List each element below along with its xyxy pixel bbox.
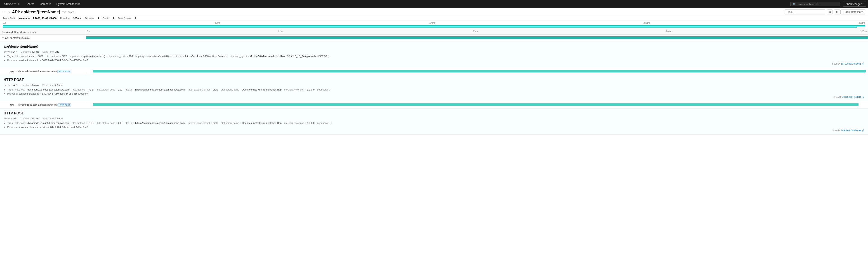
- http-badge-1: HTTP POST: [57, 70, 71, 73]
- ruler-tick-2: 164ms: [470, 30, 479, 34]
- tag-item: internal.span.format = proto: [188, 122, 218, 124]
- nav-compare[interactable]: Compare: [37, 0, 54, 8]
- duration-value-2: 322ms: [31, 117, 39, 120]
- copy-span-id-icon-2[interactable]: 🔗: [862, 129, 864, 132]
- ruler-tick-3: 246ms: [665, 30, 674, 34]
- sort-right-icon[interactable]: ▶: [35, 31, 36, 33]
- tag-item: http.user_agent = Mozilla/5.0 (Macintosh…: [230, 55, 331, 58]
- top-nav: JAEGER UI Search Compare System Architec…: [0, 0, 868, 8]
- duration-value-0: 328ms: [31, 50, 39, 53]
- span-id-link-1[interactable]: 4f233a681834f831: [842, 96, 861, 99]
- span-service-0: API: [5, 37, 9, 39]
- tag-item: peer.servi... =: [317, 122, 333, 124]
- process-toggle-2[interactable]: ▶: [4, 125, 5, 128]
- span-right-0[interactable]: [86, 35, 868, 41]
- tag-item: otel.library.name = OpenTelemetry.Instru…: [221, 122, 282, 124]
- detail-title-0: api/item/{itemName}: [4, 44, 864, 48]
- detail-panel-2: HTTP POST Service:API Duration:322ms Sta…: [0, 109, 868, 135]
- find-input[interactable]: [784, 9, 825, 14]
- trace-header: ← ⌄ API: api/item/{itemName} f20e6cb ≡ ⊞…: [0, 8, 868, 16]
- duration-label-1: Duration:: [21, 84, 31, 86]
- detail-meta-1: Service:API Duration:324ms Start Time:2.…: [4, 84, 864, 86]
- tool-button-1[interactable]: ≡: [827, 9, 833, 14]
- tag-item: peer.servi... =: [317, 88, 333, 91]
- trace-id: f20e6cb: [62, 10, 74, 14]
- tag-item: http.url = https://localhost:8080/api/it…: [175, 55, 227, 58]
- mini-bar-row-1: [3, 25, 865, 27]
- duration-value-1: 324ms: [31, 84, 39, 86]
- span-right-1[interactable]: [86, 68, 868, 75]
- tag-item: http.host = dynamodb.us-east-1.amazonaws…: [15, 122, 70, 124]
- tags-toggle-1[interactable]: ▶: [4, 88, 5, 91]
- span-toggle-0[interactable]: ▼: [2, 37, 4, 39]
- mini-tick-0: 0μs: [3, 22, 6, 24]
- nav-system-arch[interactable]: System Architecture: [54, 0, 83, 8]
- mini-tick-4: 328ms: [859, 22, 865, 24]
- trace-body: ▼APIapi/item/{itemName} api/item/{itemNa…: [0, 35, 868, 135]
- mini-bar-row-2: [3, 27, 857, 28]
- service-value-1: API: [13, 84, 18, 86]
- sort-down-icon[interactable]: ▼: [30, 31, 32, 33]
- tag-item: http.method = POST: [72, 122, 94, 124]
- span-row: ▼APIapi/item/{itemName}: [0, 35, 868, 42]
- nav-search[interactable]: Search: [23, 0, 37, 8]
- detail-tags-row-0: ▶ Tags: http.host = localhost:8080 http.…: [4, 55, 864, 58]
- process-toggle-0[interactable]: ▶: [4, 59, 5, 62]
- tag-item: http.status_code = 200: [107, 55, 133, 58]
- mini-bar-container[interactable]: [3, 25, 865, 29]
- span-right-2[interactable]: [86, 101, 868, 108]
- header-tools: ≡ ⊞: [827, 9, 840, 14]
- tag-item: http.url = https://dynamodb.us-east-1.am…: [125, 122, 185, 124]
- expand-button[interactable]: ⌄: [7, 10, 10, 14]
- lookup-by-trace-id[interactable]: 🔍 Lookup by Trace ID...: [790, 2, 840, 6]
- tags-toggle-0[interactable]: ▶: [4, 55, 5, 58]
- detail-title-2: HTTP POST: [4, 111, 864, 115]
- detail-meta-2: Service:API Duration:322ms Start Time:3.…: [4, 117, 864, 120]
- tag-item: http.host = dynamodb.us-east-1.amazonaws…: [15, 88, 70, 91]
- span-dest-1: dynamodb.us-east-1.amazonaws.com: [18, 70, 57, 73]
- detail-meta-0: Service:API Duration:328ms Start Time:0μ…: [4, 50, 864, 53]
- detail-span-id-0: SpanID: 507026dd71e40081 🔗: [4, 63, 864, 65]
- about-jaeger-button[interactable]: About Jaeger ▾: [843, 2, 866, 6]
- span-arrow-2: →: [15, 104, 18, 106]
- start-time-label-1: Start Time:: [42, 84, 54, 86]
- services-value: 1: [98, 17, 99, 20]
- tool-button-2[interactable]: ⊞: [834, 9, 840, 14]
- service-label-2: Service:: [4, 117, 13, 120]
- mini-tick-1: 82ms: [215, 22, 220, 24]
- process-toggle-1[interactable]: ▶: [4, 92, 5, 95]
- span-id-link-0[interactable]: 507026dd71e40081: [841, 63, 861, 65]
- start-time-label-2: Start Time:: [42, 117, 54, 120]
- tag-item: http.host = localhost:8080: [15, 55, 43, 58]
- tag-item: otel.library.version = 1.0.0.0: [284, 122, 315, 124]
- span-id-link-2[interactable]: 649b6e8c0a83e4ee: [841, 129, 861, 132]
- tag-item: http.method = GET: [46, 55, 67, 58]
- tag-item: otel.library.version = 1.0.0.0: [284, 88, 315, 91]
- span-bar-1: [93, 70, 866, 72]
- process-row-1: ▶ Process: service.instance.id = 34975a6…: [4, 92, 864, 95]
- process-label-0: Process:: [7, 59, 18, 62]
- detail-panel-0: api/item/{itemName} Service:API Duration…: [0, 42, 868, 68]
- ruler-tick-4: 328ms: [860, 30, 868, 34]
- tags-toggle-2[interactable]: ▶: [4, 122, 5, 124]
- copy-span-id-icon-1[interactable]: 🔗: [862, 96, 864, 99]
- trace-timeline-button[interactable]: Trace Timeline ▾: [840, 9, 865, 14]
- service-label-0: Service:: [4, 50, 13, 53]
- tag-item: http.route = api/item/{itemName}: [69, 55, 105, 58]
- process-value-1: service.instance.id = 34975a64-f080-4c50…: [19, 92, 88, 95]
- tags-label-2: Tags:: [7, 122, 14, 124]
- sort-up-icon[interactable]: ▲: [27, 31, 29, 33]
- back-button[interactable]: ←: [3, 10, 6, 14]
- timeline-ruler: 0μs 82ms 164ms 246ms 328ms: [86, 30, 868, 34]
- detail-panel-1: HTTP POST Service:API Duration:324ms Sta…: [0, 75, 868, 101]
- duration-label-0: Duration:: [21, 50, 31, 53]
- span-row: API→dynamodb.us-east-1.amazonaws.comHTTP…: [0, 101, 868, 109]
- detail-tags-row-1: ▶ Tags: http.host = dynamodb.us-east-1.a…: [4, 88, 864, 91]
- process-row-2: ▶ Process: service.instance.id = 34975a6…: [4, 125, 864, 128]
- lookup-placeholder: Lookup by Trace ID...: [797, 3, 820, 5]
- service-label-1: Service:: [4, 84, 13, 86]
- copy-span-id-icon-0[interactable]: 🔗: [862, 63, 864, 65]
- detail-span-id-1: SpanID: 4f233a681834f831 🔗: [4, 96, 864, 99]
- sort-left-icon[interactable]: ◀: [32, 31, 34, 33]
- span-service-1: API: [9, 70, 13, 73]
